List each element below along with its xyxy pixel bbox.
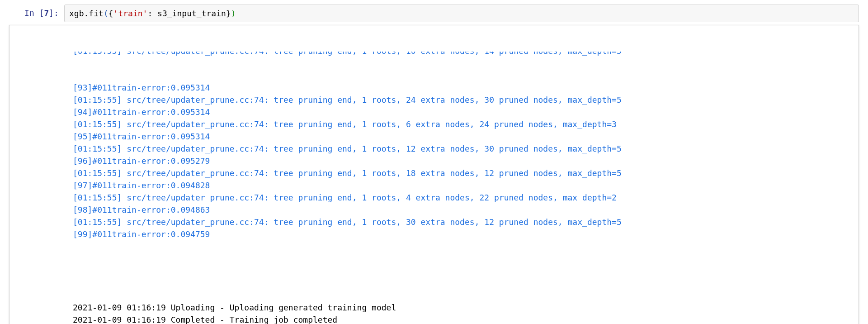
training-log-line: [01:15:55] src/tree/updater_prune.cc:74:… <box>73 94 859 106</box>
prompt-in: In <box>24 8 34 18</box>
output-blank-line <box>73 265 859 277</box>
code-cell-row: In [7]: xgb.fit({'train': s3_input_train… <box>9 5 859 22</box>
training-log-line: [98]#011train-error:0.094863 <box>73 204 859 216</box>
training-log-line: [93]#011train-error:0.095314 <box>73 81 859 94</box>
training-log-line: [94]#011train-error:0.095314 <box>73 106 859 118</box>
training-log-line: [01:15:55] src/tree/updater_prune.cc:74:… <box>73 216 859 228</box>
training-log-line: [01:15:55] src/tree/updater_prune.cc:74:… <box>73 118 859 130</box>
output-area[interactable]: [01:15:55] src/tree/updater_prune.cc:74:… <box>9 25 859 324</box>
code-obj: xgb <box>69 9 84 18</box>
output-text: [01:15:55] src/tree/updater_prune.cc:74:… <box>9 27 859 324</box>
prompt-exec-count: 7 <box>44 8 49 18</box>
training-log-line: [01:15:55] src/tree/updater_prune.cc:74:… <box>73 143 859 155</box>
training-log-line: [01:15:55] src/tree/updater_prune.cc:74:… <box>73 191 859 204</box>
training-log-line: [96]#011train-error:0.095279 <box>73 155 859 167</box>
training-log-line: [97]#011train-error:0.094828 <box>73 179 859 191</box>
training-log-line: [99]#011train-error:0.094759 <box>73 228 859 240</box>
training-log-line: [01:15:55] src/tree/updater_prune.cc:74:… <box>73 167 859 179</box>
code-method: fit <box>89 9 104 18</box>
notebook: In [7]: xgb.fit({'train': s3_input_train… <box>0 0 868 324</box>
code-dict-key: 'train' <box>113 9 148 18</box>
input-prompt: In [7]: <box>9 5 64 18</box>
status-line: 2021-01-09 01:16:19 Completed - Training… <box>73 314 859 324</box>
training-log-line: [95]#011train-error:0.095314 <box>73 130 859 143</box>
code-dict-value: s3_input_train <box>157 9 226 18</box>
status-line: 2021-01-09 01:16:19 Uploading - Uploadin… <box>73 301 859 314</box>
output-truncated-line: [01:15:55] src/tree/updater_prune.cc:74:… <box>73 52 859 57</box>
code-input[interactable]: xgb.fit({'train': s3_input_train}) <box>64 5 859 22</box>
